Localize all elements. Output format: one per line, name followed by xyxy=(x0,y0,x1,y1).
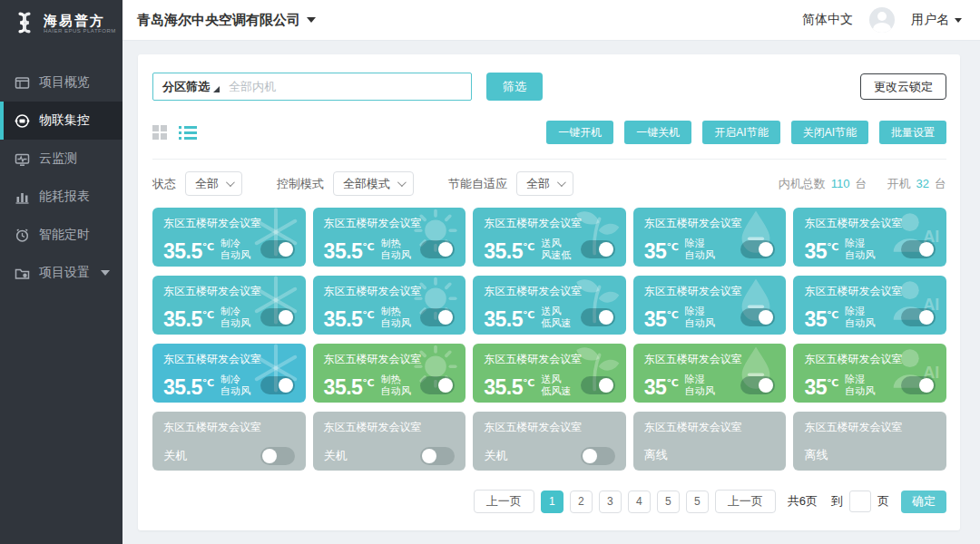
grid-view-icon[interactable] xyxy=(152,125,168,141)
confirm-goto-button[interactable]: 确定 xyxy=(901,491,946,513)
fan-text: 自动风 xyxy=(685,249,715,261)
ac-card[interactable]: 东区五楼研发会议室35.5℃送风低风速 xyxy=(473,276,626,335)
page-number-button[interactable]: 1 xyxy=(541,491,564,513)
action-button-0[interactable]: 一键开机 xyxy=(546,121,613,144)
action-button-3[interactable]: 关闭AI节能 xyxy=(791,121,868,144)
ac-card-title: 东区五楼研发会议室 xyxy=(644,352,776,367)
page-number-button[interactable]: 2 xyxy=(570,491,593,513)
ac-card[interactable]: 东区五楼研发会议室35.5℃制热自动风 xyxy=(313,276,466,335)
page-number-button[interactable]: 5 xyxy=(657,491,680,513)
power-toggle-on[interactable] xyxy=(260,308,295,326)
ac-card-state-label: 关机 xyxy=(163,448,187,464)
power-toggle-on[interactable] xyxy=(740,376,775,394)
fan-text: 自动风 xyxy=(220,317,250,329)
cloud-monitor-icon xyxy=(15,151,30,167)
ac-card[interactable]: AI东区五楼研发会议室35℃除湿自动风 xyxy=(793,344,946,403)
ac-card[interactable]: AI东区五楼研发会议室35℃除湿自动风 xyxy=(793,276,946,335)
power-toggle-on[interactable] xyxy=(581,308,615,326)
ac-card[interactable]: 东区五楼研发会议室35.5℃制冷自动风 xyxy=(152,208,306,267)
chevron-down-icon xyxy=(307,17,316,23)
ac-card[interactable]: 东区五楼研发会议室35.5℃制热自动风 xyxy=(313,344,466,403)
power-toggle-on[interactable] xyxy=(740,308,775,326)
zone-search-input[interactable] xyxy=(229,80,462,93)
power-toggle-off[interactable] xyxy=(420,447,455,465)
ac-card[interactable]: 东区五楼研发会议室35.5℃制热自动风 xyxy=(313,208,466,267)
user-menu[interactable]: 用户名 xyxy=(911,12,962,28)
goto-page-input[interactable] xyxy=(849,491,871,512)
control-mode-select[interactable]: 全部模式 xyxy=(333,171,414,196)
ac-card[interactable]: 东区五楼研发会议室关机 xyxy=(313,412,466,471)
batch-actions: 一键开机一键关机开启AI节能关闭AI节能批量设置 xyxy=(546,121,946,144)
company-selector[interactable]: 青岛海尔中央空调有限公司 xyxy=(137,12,316,29)
sidebar-item-overview[interactable]: 项目概览 xyxy=(0,63,122,102)
fan-text: 低风速 xyxy=(541,385,571,397)
power-toggle-on[interactable] xyxy=(901,240,936,258)
ac-card[interactable]: 东区五楼研发会议室35.5℃送风风速低 xyxy=(473,208,626,267)
ac-card[interactable]: 东区五楼研发会议室35.5℃制冷自动风 xyxy=(152,344,306,403)
sidebar-item-project-settings[interactable]: 项目设置 xyxy=(0,254,122,292)
ac-card[interactable]: 东区五楼研发会议室35℃除湿自动风 xyxy=(633,208,787,267)
power-toggle-on[interactable] xyxy=(901,376,936,394)
ac-card-temperature: 35.5℃ xyxy=(163,236,214,262)
mode-text: 除湿 xyxy=(845,374,875,385)
power-toggle-on[interactable] xyxy=(740,240,775,258)
ac-card-mode: 除湿自动风 xyxy=(845,374,875,397)
ac-card[interactable]: 东区五楼研发会议室关机 xyxy=(473,412,626,471)
ac-card[interactable]: AI东区五楼研发会议室35℃除湿自动风 xyxy=(793,208,946,267)
eco-adaptive-select[interactable]: 全部 xyxy=(516,171,573,196)
power-toggle-off[interactable] xyxy=(581,447,615,465)
mode-text: 制热 xyxy=(381,238,411,249)
ac-card[interactable]: 东区五楼研发会议室关机 xyxy=(152,412,306,471)
total-units-label: 内机总数 xyxy=(779,176,826,192)
power-toggle-on[interactable] xyxy=(420,308,455,326)
change-cloud-lock-button[interactable]: 更改云锁定 xyxy=(860,73,946,100)
sidebar-item-energy-report[interactable]: 能耗报表 xyxy=(0,178,122,216)
celsius-unit: ℃ xyxy=(202,309,214,320)
ac-card[interactable]: 东区五楼研发会议室35℃除湿自动风 xyxy=(633,276,787,335)
brand-title: 海易普方 xyxy=(44,13,116,28)
celsius-unit: ℃ xyxy=(827,241,838,252)
sidebar-item-label: 能耗报表 xyxy=(39,189,90,205)
language-switcher[interactable]: 简体中文 xyxy=(802,12,853,28)
ac-card-title: 东区五楼研发会议室 xyxy=(324,352,456,367)
control-mode-select-value: 全部模式 xyxy=(343,176,390,192)
power-toggle-on[interactable] xyxy=(260,376,295,394)
filter-button[interactable]: 筛选 xyxy=(486,73,543,101)
sidebar-item-cloud-monitor[interactable]: 云监测 xyxy=(0,140,122,178)
fan-text: 自动风 xyxy=(845,317,875,329)
fan-text: 自动风 xyxy=(220,385,250,397)
sidebar-item-smart-timer[interactable]: 智能定时 xyxy=(0,216,122,254)
sidebar-item-iot-control[interactable]: 物联集控 xyxy=(0,102,122,140)
status-select[interactable]: 全部 xyxy=(185,171,242,196)
power-toggle-on[interactable] xyxy=(581,376,615,394)
celsius-unit: ℃ xyxy=(362,377,374,388)
total-units-value: 110 xyxy=(831,177,850,190)
power-toggle-on[interactable] xyxy=(420,376,455,394)
power-toggle-off[interactable] xyxy=(260,447,295,465)
ac-card[interactable]: 东区五楼研发会议室离线 xyxy=(633,412,787,471)
ac-card[interactable]: 东区五楼研发会议室35.5℃制冷自动风 xyxy=(152,276,306,335)
ac-card[interactable]: 东区五楼研发会议室35.5℃送风低风速 xyxy=(473,344,626,403)
ac-card[interactable]: 东区五楼研发会议室离线 xyxy=(793,412,946,471)
power-toggle-on[interactable] xyxy=(420,240,455,258)
page-number-button[interactable]: 4 xyxy=(628,491,651,513)
power-toggle-on[interactable] xyxy=(260,240,295,258)
celsius-unit: ℃ xyxy=(523,309,534,320)
zone-filter-box[interactable]: 分区筛选 xyxy=(152,73,472,101)
page-number-button[interactable]: 3 xyxy=(599,491,622,513)
list-view-icon[interactable] xyxy=(179,126,197,140)
action-button-2[interactable]: 开启AI节能 xyxy=(702,121,779,144)
power-toggle-on[interactable] xyxy=(581,240,615,258)
action-button-1[interactable]: 一键关机 xyxy=(624,121,691,144)
action-button-4[interactable]: 批量设置 xyxy=(879,121,946,144)
ac-card-title: 东区五楼研发会议室 xyxy=(804,284,936,299)
unit-stats: 内机总数 110 台 开机 32 台 xyxy=(779,176,946,192)
ac-card[interactable]: 东区五楼研发会议室35℃除湿自动风 xyxy=(633,344,787,403)
user-avatar[interactable] xyxy=(869,7,895,33)
ac-card-title: 东区五楼研发会议室 xyxy=(644,216,776,231)
page-number-button[interactable]: 5 xyxy=(686,491,709,513)
mode-text: 制热 xyxy=(381,306,411,317)
next-page-button[interactable]: 上一页 xyxy=(715,490,776,513)
power-toggle-on[interactable] xyxy=(901,308,936,326)
prev-page-button[interactable]: 上一页 xyxy=(474,490,534,513)
